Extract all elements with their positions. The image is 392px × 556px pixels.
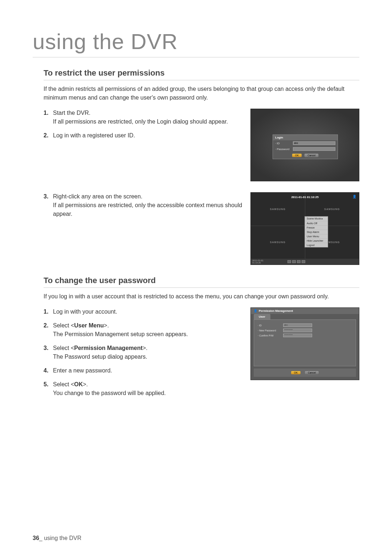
login-dialog: Login · ID abc · Password OK Cancel xyxy=(273,134,338,159)
login-pw-label: · Password xyxy=(275,148,291,151)
s2-step4: Enter a new password. xyxy=(44,366,243,375)
s1-step3-text-b: If all permissions are restricted, only … xyxy=(53,202,242,217)
s1-step1-text-b: If all permissions are restricted, only … xyxy=(53,118,228,125)
t: You change to the password will be appli… xyxy=(53,390,166,396)
s2-step5: Select <OK>. You change to the password … xyxy=(44,380,243,398)
s1-step3: Right-click any area on the screen. If a… xyxy=(44,192,243,218)
layout-icon[interactable] xyxy=(297,260,301,263)
t: The Password setup dialog appears. xyxy=(53,354,147,360)
footer-sep: _ xyxy=(39,535,42,541)
perm-newpw-label: · New Password xyxy=(258,329,283,332)
perm-id-label: · ID xyxy=(258,324,283,327)
perm-ok-button[interactable]: OK xyxy=(291,371,301,375)
s2-step3: Select <Permission Management>. The Pass… xyxy=(44,344,243,361)
layout-icon[interactable] xyxy=(292,260,296,263)
perm-cancel-button[interactable]: Cancel xyxy=(305,371,319,375)
perm-newpw-input[interactable]: ********** xyxy=(283,329,312,332)
t: >. xyxy=(104,322,109,329)
context-screenshot: 2011-01-01 01:10:25 👤 SAMSUNG SAMSUNG SA… xyxy=(250,192,359,265)
ctx-hide-launcher[interactable]: Hide Launcher xyxy=(305,239,328,243)
t: >. xyxy=(83,381,88,387)
layout-icon[interactable] xyxy=(287,260,291,263)
layout-icon[interactable] xyxy=(302,260,305,263)
s1-step3-text-a: Right-click any area on the screen. xyxy=(53,193,142,200)
ctx-user-menu[interactable]: User Menu xyxy=(305,234,328,239)
login-id-input[interactable]: abc xyxy=(293,141,335,145)
section2-title: To change the user password xyxy=(44,276,359,288)
s2-step2: Select <User Menu>. The Permission Manag… xyxy=(44,321,243,339)
t: Select < xyxy=(53,381,74,387)
ctx-scene-mode[interactable]: Scene Mode ▸ xyxy=(305,217,328,221)
ctx-freeze[interactable]: Freeze xyxy=(305,226,328,230)
bottom-bar: 2011-01-01 01:10:25 xyxy=(251,259,359,265)
perm-confirm-input[interactable]: ********** xyxy=(283,334,312,337)
perm-mgmt-term: Permission Management xyxy=(74,345,143,351)
t: Select < xyxy=(53,322,74,329)
t: >. xyxy=(143,345,148,351)
user-icon: 👤 xyxy=(352,195,356,198)
page-title: using the DVR xyxy=(33,29,359,57)
user-menu-term: User Menu xyxy=(74,322,104,329)
login-screenshot: Login · ID abc · Password OK Cancel xyxy=(250,109,359,181)
login-pw-input[interactable] xyxy=(293,147,335,151)
login-ok-button[interactable]: OK xyxy=(292,153,302,157)
section1-title: To restrict the user permissions xyxy=(44,68,359,80)
ctx-audio-off[interactable]: Audio Off xyxy=(305,221,328,226)
login-id-label: · ID xyxy=(275,142,291,145)
login-dialog-title: Login xyxy=(273,135,338,140)
perm-id-input[interactable]: abc xyxy=(283,323,312,327)
samsung-logo: SAMSUNG xyxy=(270,208,286,210)
perm-dialog-title: 👤 Permission Management xyxy=(251,308,359,314)
ok-term: OK xyxy=(74,381,83,387)
samsung-logo: SAMSUNG xyxy=(324,208,340,210)
bottom-icons xyxy=(287,260,305,263)
s2-step1: Log in with your account. xyxy=(44,307,243,316)
permission-screenshot: 👤 Permission Management User · ID abc · … xyxy=(250,307,359,380)
section1-intro: If the admin restricts all permissions o… xyxy=(44,85,359,102)
s1-step2: Log in with a registered user ID. xyxy=(44,131,243,140)
s1-step1-text-a: Start the DVR. xyxy=(53,110,90,116)
section2-intro: If you log in with a user account that i… xyxy=(44,292,359,301)
footer-section: using the DVR xyxy=(42,535,82,541)
footer: 36_ using the DVR xyxy=(33,535,81,541)
login-cancel-button[interactable]: Cancel xyxy=(304,153,319,157)
samsung-logo: SAMSUNG xyxy=(270,241,286,243)
context-menu[interactable]: Scene Mode ▸ Audio Off Freeze Stop Alarm… xyxy=(305,216,328,247)
user-icon: 👤 xyxy=(254,309,257,313)
t: The Permission Management setup screen a… xyxy=(53,331,188,337)
bottom-time: 01:10:25 xyxy=(252,262,261,264)
perm-confirm-label: · Confirm P/W xyxy=(258,334,283,337)
page-number: 36 xyxy=(33,535,39,541)
timestamp: 2011-01-01 01:10:25 xyxy=(251,196,359,199)
perm-title-text: Permission Management xyxy=(259,309,293,313)
perm-tab-user[interactable]: User xyxy=(254,314,270,319)
s1-step1: Start the DVR. If all permissions are re… xyxy=(44,109,243,126)
ctx-stop-alarm[interactable]: Stop Alarm xyxy=(305,230,328,234)
t: Select < xyxy=(53,345,74,351)
ctx-logout[interactable]: Logout xyxy=(305,243,328,247)
